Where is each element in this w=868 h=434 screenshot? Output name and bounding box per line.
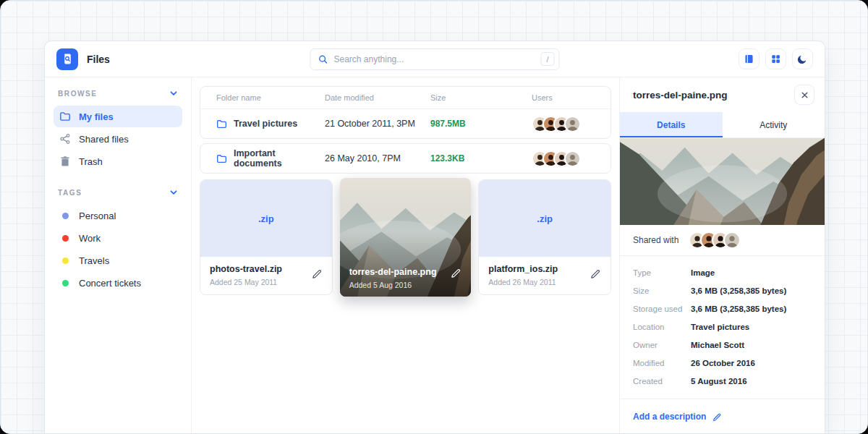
- panel-title: torres-del-paine.png: [633, 90, 728, 101]
- search-input[interactable]: [334, 54, 535, 64]
- tag-label: Work: [79, 233, 101, 244]
- avatar: [564, 116, 581, 132]
- folder-name: Important documents: [234, 148, 325, 169]
- sidebar-item-trash[interactable]: Trash: [54, 150, 182, 172]
- topbar-actions: [739, 48, 813, 69]
- top-bar: Files /: [45, 41, 825, 77]
- detail-row-modified: Modified 26 October 2016: [633, 354, 812, 372]
- moon-icon: [797, 54, 808, 64]
- column-header: Date modified: [325, 93, 430, 102]
- close-panel-button[interactable]: [794, 85, 814, 105]
- folder-icon: [216, 119, 227, 129]
- tag-color-dot: [62, 258, 69, 264]
- app-title: Files: [87, 54, 110, 65]
- file-added-date: Added 25 May 2011: [210, 278, 323, 286]
- detail-row-size: Size 3,6 MB (3,258,385 bytes): [633, 281, 812, 299]
- tag-color-dot: [62, 235, 69, 242]
- panel-tabs: Details Activity: [620, 112, 825, 138]
- shared-with-avatars: [689, 231, 741, 249]
- tags-label: TAGS: [58, 189, 82, 197]
- user-avatars: [532, 150, 610, 167]
- dark-mode-button[interactable]: [792, 48, 813, 69]
- table-row[interactable]: Travel pictures 21 October 2011, 3PM 987…: [200, 109, 610, 138]
- search-shortcut-key: /: [541, 52, 555, 66]
- column-header: Users: [532, 93, 610, 102]
- file-name: photos-travel.zip: [210, 264, 323, 274]
- tab-activity[interactable]: Activity: [723, 112, 825, 137]
- edit-file-button[interactable]: [451, 268, 461, 281]
- pencil-icon: [590, 268, 601, 279]
- avatar: [564, 150, 581, 167]
- sidebar-item-my-files[interactable]: My files: [54, 106, 182, 127]
- folder-name: Travel pictures: [234, 119, 297, 129]
- image-preview: [620, 138, 825, 225]
- avatar: [723, 231, 741, 249]
- tab-details[interactable]: Details: [620, 112, 723, 137]
- sidebar-item-label: Trash: [79, 156, 103, 167]
- file-added-date: Added 26 May 2011: [488, 278, 601, 286]
- folder-icon: [59, 111, 71, 122]
- zip-preview: .zip: [479, 180, 610, 257]
- grid-view-icon: [770, 54, 781, 64]
- zip-preview: .zip: [200, 180, 332, 257]
- detail-row-created: Created 5 August 2016: [633, 372, 812, 390]
- book-icon: [744, 54, 754, 64]
- file-details-list: Type Image Size 3,6 MB (3,258,385 bytes)…: [620, 256, 825, 396]
- sidebar-tag-concert-tickets[interactable]: Concert tickets: [54, 272, 182, 294]
- folder-table: Folder name Date modified Size Users Tra…: [200, 86, 611, 139]
- tag-label: Travels: [79, 255, 109, 266]
- edit-file-button[interactable]: [312, 268, 323, 281]
- tags-section-header[interactable]: TAGS: [54, 187, 182, 204]
- file-name: platform_ios.zip: [488, 264, 601, 274]
- file-card-platform-ios[interactable]: .zip platform_ios.zip Added 26 May 2011: [478, 179, 611, 295]
- pencil-icon: [712, 412, 722, 422]
- file-added-date: Added 5 Aug 2016: [349, 281, 437, 289]
- close-icon: [801, 91, 809, 99]
- file-name: torres-del-paine.png: [349, 267, 437, 277]
- column-header: Folder name: [216, 93, 325, 102]
- app-window: Files /: [44, 41, 825, 433]
- file-card-photos-travel[interactable]: .zip photos-travel.zip Added 25 May 2011: [200, 179, 333, 295]
- folder-icon: [216, 153, 227, 164]
- tag-label: Personal: [79, 210, 116, 221]
- table-row[interactable]: Important documents 26 May 2010, 7PM 123…: [200, 144, 610, 173]
- sidebar-item-label: Shared files: [79, 134, 129, 145]
- shared-with-label: Shared with: [633, 235, 678, 245]
- tag-label: Concert tickets: [79, 278, 141, 289]
- tag-color-dot: [62, 280, 69, 286]
- pencil-icon: [451, 268, 461, 278]
- date-modified: 26 May 2010, 7PM: [325, 153, 430, 163]
- table-header-row: Folder name Date modified Size Users: [200, 87, 610, 109]
- file-cards: .zip photos-travel.zip Added 25 May 2011: [200, 179, 611, 297]
- detail-row-type: Type Image: [633, 263, 812, 281]
- sidebar-tag-personal[interactable]: Personal: [54, 205, 182, 226]
- add-description-button[interactable]: Add a description: [633, 412, 722, 422]
- folder-size: 987.5MB: [430, 119, 532, 129]
- details-panel: torres-del-paine.png Details Activity: [619, 77, 825, 433]
- main-content: Folder name Date modified Size Users Tra…: [192, 77, 619, 433]
- detail-row-owner: Owner Michael Scott: [633, 336, 812, 354]
- date-modified: 21 October 2011, 3PM: [325, 119, 430, 129]
- detail-row-storage-used: Storage used 3,6 MB (3,258,385 bytes): [633, 299, 812, 318]
- tag-color-dot: [62, 213, 69, 219]
- browse-section-header[interactable]: BROWSE: [54, 88, 182, 105]
- sidebar-item-label: My files: [79, 111, 114, 122]
- sidebar-tag-travels[interactable]: Travels: [54, 250, 182, 271]
- sidebar-item-shared-files[interactable]: Shared files: [54, 128, 182, 150]
- pencil-icon: [312, 268, 323, 279]
- browse-label: BROWSE: [58, 90, 98, 98]
- desktop-background: Files /: [0, 0, 868, 434]
- book-button[interactable]: [739, 48, 760, 69]
- chevron-down-icon[interactable]: [169, 89, 178, 98]
- grid-view-button[interactable]: [765, 48, 786, 69]
- folder-size: 123.3KB: [430, 153, 532, 163]
- sidebar: BROWSE My files Shared files: [45, 77, 192, 433]
- chevron-down-icon[interactable]: [169, 188, 178, 197]
- sidebar-tag-work[interactable]: Work: [54, 227, 182, 249]
- search-bar[interactable]: /: [310, 48, 560, 70]
- edit-file-button[interactable]: [590, 268, 601, 281]
- folder-table-row-card: Important documents 26 May 2010, 7PM 123…: [200, 143, 611, 174]
- detail-row-location: Location Travel pictures: [633, 318, 812, 336]
- file-card-torres-del-paine[interactable]: torres-del-paine.png Added 5 Aug 2016: [340, 178, 472, 297]
- app-logo-icon: [56, 48, 78, 70]
